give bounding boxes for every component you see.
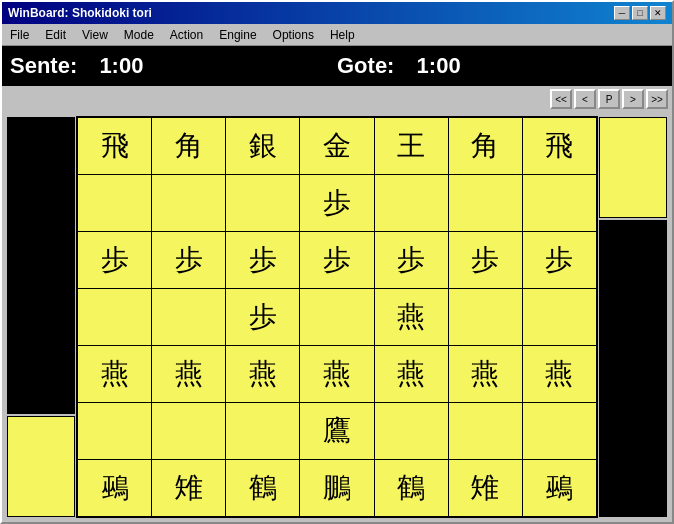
piece-character: 燕 bbox=[175, 360, 203, 388]
right-panel bbox=[598, 116, 668, 518]
piece-character: 燕 bbox=[249, 360, 277, 388]
board-cell[interactable]: 鷹 bbox=[300, 403, 373, 459]
board-cell[interactable]: 歩 bbox=[375, 232, 448, 288]
nav-position-button[interactable]: P bbox=[598, 89, 620, 109]
title-bar: WinBoard: Shokidoki tori ─ □ ✕ bbox=[2, 2, 672, 24]
piece-character: 鷹 bbox=[323, 417, 351, 445]
board-cell[interactable] bbox=[300, 289, 373, 345]
piece-character: 燕 bbox=[471, 360, 499, 388]
piece-character: 歩 bbox=[323, 246, 351, 274]
board-cell[interactable] bbox=[78, 289, 151, 345]
piece-character: 銀 bbox=[249, 132, 277, 160]
board-cell[interactable]: 歩 bbox=[300, 175, 373, 231]
board-cell[interactable] bbox=[449, 403, 522, 459]
menu-mode[interactable]: Mode bbox=[116, 26, 162, 43]
board-cell[interactable]: 歩 bbox=[300, 232, 373, 288]
board-cell[interactable]: 歩 bbox=[523, 232, 596, 288]
board-cell[interactable]: 角 bbox=[449, 118, 522, 174]
board-cell[interactable] bbox=[78, 175, 151, 231]
board-cell[interactable] bbox=[375, 403, 448, 459]
piece-character: 鵐 bbox=[101, 474, 129, 502]
board-cell[interactable]: 歩 bbox=[449, 232, 522, 288]
piece-character: 鶴 bbox=[249, 474, 277, 502]
board-cell[interactable]: 雉 bbox=[152, 460, 225, 516]
board-cell[interactable] bbox=[152, 403, 225, 459]
piece-character: 燕 bbox=[397, 303, 425, 331]
menu-view[interactable]: View bbox=[74, 26, 116, 43]
maximize-button[interactable]: □ bbox=[632, 6, 648, 20]
piece-character: 燕 bbox=[397, 360, 425, 388]
board-cell[interactable] bbox=[449, 289, 522, 345]
menu-file[interactable]: File bbox=[2, 26, 37, 43]
board-cell[interactable]: 歩 bbox=[226, 232, 299, 288]
board-cell[interactable]: 燕 bbox=[523, 346, 596, 402]
piece-character: 角 bbox=[175, 132, 203, 160]
minimize-button[interactable]: ─ bbox=[614, 6, 630, 20]
board-cell[interactable] bbox=[523, 289, 596, 345]
menu-edit[interactable]: Edit bbox=[37, 26, 74, 43]
sente-time: 1:00 bbox=[99, 53, 143, 78]
board-cell[interactable] bbox=[152, 289, 225, 345]
board-cell[interactable]: 燕 bbox=[300, 346, 373, 402]
board-cell[interactable] bbox=[78, 403, 151, 459]
nav-first-button[interactable]: << bbox=[550, 89, 572, 109]
board-cell[interactable]: 角 bbox=[152, 118, 225, 174]
piece-character: 鵬 bbox=[323, 474, 351, 502]
board-cell[interactable]: 飛 bbox=[78, 118, 151, 174]
board-cell[interactable] bbox=[226, 175, 299, 231]
board-cell[interactable] bbox=[449, 175, 522, 231]
board-cell[interactable]: 燕 bbox=[152, 346, 225, 402]
piece-character: 金 bbox=[323, 132, 351, 160]
board-cell[interactable]: 飛 bbox=[523, 118, 596, 174]
board-cell[interactable]: 燕 bbox=[375, 289, 448, 345]
board-cell[interactable]: 銀 bbox=[226, 118, 299, 174]
board-cell[interactable]: 燕 bbox=[375, 346, 448, 402]
board-cell[interactable]: 鵐 bbox=[523, 460, 596, 516]
piece-character: 飛 bbox=[545, 132, 573, 160]
board-cell[interactable]: 金 bbox=[300, 118, 373, 174]
board-cell[interactable]: 歩 bbox=[226, 289, 299, 345]
board-cell[interactable]: 雉 bbox=[449, 460, 522, 516]
piece-character: 歩 bbox=[471, 246, 499, 274]
board-cell[interactable]: 鵬 bbox=[300, 460, 373, 516]
piece-character: 燕 bbox=[545, 360, 573, 388]
board-cell[interactable] bbox=[152, 175, 225, 231]
board-cell[interactable]: 王 bbox=[375, 118, 448, 174]
board-cell[interactable]: 鵐 bbox=[78, 460, 151, 516]
shogi-board: 飛角銀金王角飛歩歩歩歩歩歩歩歩歩燕燕燕燕燕燕燕燕鷹鵐雉鶴鵬鶴雉鵐 bbox=[76, 116, 598, 518]
close-button[interactable]: ✕ bbox=[650, 6, 666, 20]
board-cell[interactable] bbox=[226, 403, 299, 459]
nav-next-button[interactable]: > bbox=[622, 89, 644, 109]
nav-last-button[interactable]: >> bbox=[646, 89, 668, 109]
board-cell[interactable]: 燕 bbox=[449, 346, 522, 402]
board-cell[interactable]: 燕 bbox=[78, 346, 151, 402]
board-cell[interactable]: 鶴 bbox=[226, 460, 299, 516]
menu-help[interactable]: Help bbox=[322, 26, 363, 43]
board-cell[interactable]: 歩 bbox=[152, 232, 225, 288]
board-container: 飛角銀金王角飛歩歩歩歩歩歩歩歩歩燕燕燕燕燕燕燕燕鷹鵐雉鶴鵬鶴雉鵐 bbox=[2, 112, 672, 522]
left-panel bbox=[6, 116, 76, 518]
nav-prev-button[interactable]: < bbox=[574, 89, 596, 109]
menu-action[interactable]: Action bbox=[162, 26, 211, 43]
board-cell[interactable]: 歩 bbox=[78, 232, 151, 288]
piece-character: 雉 bbox=[175, 474, 203, 502]
board-cell[interactable]: 鶴 bbox=[375, 460, 448, 516]
menu-options[interactable]: Options bbox=[265, 26, 322, 43]
piece-character: 歩 bbox=[101, 246, 129, 274]
piece-character: 歩 bbox=[249, 303, 277, 331]
board-cell[interactable]: 燕 bbox=[226, 346, 299, 402]
menu-engine[interactable]: Engine bbox=[211, 26, 264, 43]
title-controls: ─ □ ✕ bbox=[614, 6, 666, 20]
piece-character: 歩 bbox=[175, 246, 203, 274]
left-bottom-yellow bbox=[7, 416, 75, 517]
menu-bar: File Edit View Mode Action Engine Option… bbox=[2, 24, 672, 46]
piece-character: 燕 bbox=[101, 360, 129, 388]
right-top-yellow bbox=[599, 117, 667, 218]
nav-bar: << < P > >> bbox=[2, 86, 672, 112]
board-cell[interactable] bbox=[523, 175, 596, 231]
gote-label: Gote: bbox=[337, 53, 394, 78]
right-bottom-black bbox=[599, 220, 667, 517]
board-cell[interactable] bbox=[523, 403, 596, 459]
status-bar: Sente: 1:00 Gote: 1:00 bbox=[2, 46, 672, 86]
board-cell[interactable] bbox=[375, 175, 448, 231]
